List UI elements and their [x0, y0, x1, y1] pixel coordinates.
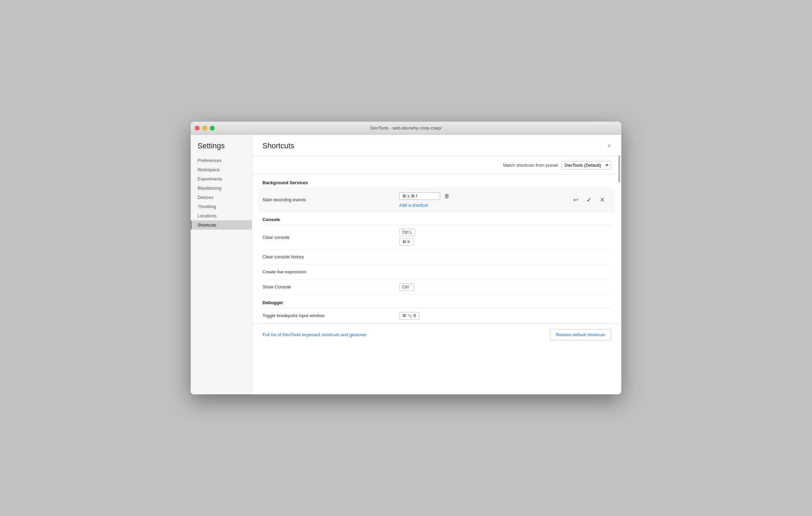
- sidebar-item-preferences[interactable]: Preferences: [191, 156, 252, 165]
- close-window-button[interactable]: [195, 126, 200, 131]
- undo-edit-button[interactable]: ↩: [570, 195, 581, 205]
- shortcut-name-show-console: Show Console: [262, 284, 399, 289]
- key-badge-cmd-alt-b: ⌘ ⌥ B: [399, 312, 419, 320]
- preset-select[interactable]: DevTools (Default) Visual Studio Code: [561, 161, 611, 169]
- shortcut-name-toggle-breakpoint: Toggle breakpoint input window: [262, 313, 399, 318]
- sidebar-item-blackboxing[interactable]: Blackboxing: [191, 184, 252, 193]
- shortcut-name-clear-console-history: Clear console history: [262, 254, 399, 259]
- shortcut-row-toggle-breakpoint: Toggle breakpoint input window ⌘ ⌥ B: [262, 308, 611, 323]
- close-button[interactable]: ×: [607, 143, 611, 149]
- section-background-services: Background Services: [262, 175, 611, 188]
- preset-row: Match shortcuts from preset DevTools (De…: [252, 156, 621, 175]
- shortcut-name-clear-console: Clear console: [262, 235, 399, 240]
- shortcut-row-clear-console: Clear console Ctrl L ⌘ K: [262, 225, 611, 249]
- preset-label: Match shortcuts from preset: [503, 163, 558, 168]
- shortcut-row-start-recording: Start recording events ⌘ s ⌘ f 🗑 Add a s…: [258, 188, 615, 212]
- section-console: Console: [262, 212, 611, 225]
- editing-actions: ↩ ✓ ✕: [570, 195, 611, 205]
- confirm-edit-button[interactable]: ✓: [584, 195, 594, 205]
- traffic-lights: [195, 126, 215, 131]
- key-badge-cmd-k: ⌘ K: [399, 238, 413, 246]
- settings-dialog: Settings Preferences Workspace Experimen…: [191, 135, 621, 394]
- sidebar-item-throttling[interactable]: Throttling: [191, 202, 252, 211]
- main-panel: Shortcuts × Match shortcuts from preset …: [252, 135, 621, 394]
- key-badge-ctrl-backtick: Ctrl `: [399, 283, 414, 291]
- cancel-edit-button[interactable]: ✕: [597, 195, 608, 205]
- sidebar-item-devices[interactable]: Devices: [191, 193, 252, 202]
- key-badge-cmd-s-cmd-f[interactable]: ⌘ s ⌘ f: [399, 192, 440, 200]
- full-list-link[interactable]: Full list of DevTools keyboard shortcuts…: [262, 332, 366, 337]
- shortcut-keys-start-recording: ⌘ s ⌘ f 🗑 Add a shortcut: [399, 192, 570, 208]
- sidebar-item-shortcuts[interactable]: Shortcuts: [191, 220, 252, 230]
- minimize-window-button[interactable]: [202, 126, 207, 131]
- app-window: DevTools - web.dev/why-coop-coep/ Settin…: [191, 122, 621, 394]
- delete-shortcut-button[interactable]: 🗑: [443, 192, 451, 201]
- footer: Full list of DevTools keyboard shortcuts…: [252, 323, 621, 346]
- settings-heading: Settings: [191, 141, 252, 156]
- restore-defaults-button[interactable]: Restore default shortcuts: [550, 329, 611, 340]
- shortcut-row-clear-console-history: Clear console history: [262, 249, 611, 264]
- shortcut-row-create-live-expression: Create live expression: [262, 264, 611, 280]
- sidebar-item-workspace[interactable]: Workspace: [191, 165, 252, 174]
- maximize-window-button[interactable]: [210, 126, 215, 131]
- sidebar-item-locations[interactable]: Locations: [191, 211, 252, 220]
- main-header: Shortcuts ×: [252, 135, 621, 156]
- shortcut-name-start-recording: Start recording events: [262, 197, 399, 202]
- page-title: Shortcuts: [262, 141, 294, 150]
- key-badge-ctrl-l: Ctrl L: [399, 229, 415, 236]
- shortcut-keys-clear-console: Ctrl L ⌘ K: [399, 229, 611, 246]
- shortcut-keys-toggle-breakpoint: ⌘ ⌥ B: [399, 312, 611, 320]
- shortcuts-content: Background Services Start recording even…: [252, 175, 621, 323]
- sidebar-item-experiments[interactable]: Experiments: [191, 174, 252, 184]
- titlebar: DevTools - web.dev/why-coop-coep/: [191, 122, 621, 135]
- shortcut-row-show-console: Show Console Ctrl `: [262, 280, 611, 295]
- shortcut-name-create-live-expression: Create live expression: [262, 269, 399, 274]
- section-debugger: Debugger: [262, 295, 611, 308]
- sidebar: Settings Preferences Workspace Experimen…: [191, 135, 252, 394]
- shortcut-keys-show-console: Ctrl `: [399, 283, 611, 291]
- add-shortcut-link[interactable]: Add a shortcut: [399, 203, 570, 208]
- window-title: DevTools - web.dev/why-coop-coep/: [370, 125, 442, 131]
